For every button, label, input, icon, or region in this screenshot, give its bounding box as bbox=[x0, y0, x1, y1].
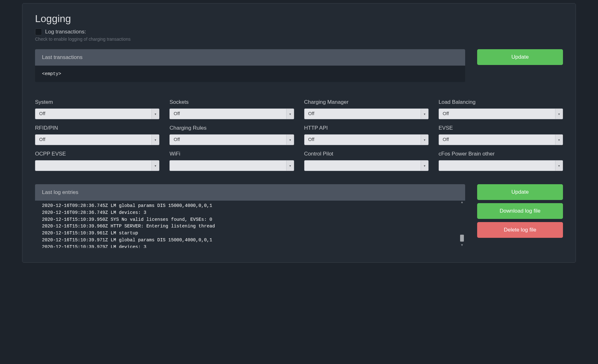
log-transactions-row: Log transactions: bbox=[35, 28, 563, 35]
field-label-sockets: Sockets bbox=[169, 99, 294, 105]
log-line: 2020-12-16T15:10:39.960Z HTTP SERVER: En… bbox=[42, 223, 458, 230]
chevron-down-icon[interactable]: ▾ bbox=[286, 161, 294, 171]
field-label-system: System bbox=[35, 99, 159, 105]
last-log-body[interactable]: 2020-12-16T09:28:36.745Z LM global param… bbox=[35, 201, 465, 248]
select-value-charging-manager: Off bbox=[305, 109, 421, 119]
field-label-charging-manager: Charging Manager bbox=[304, 99, 429, 105]
select-http-api[interactable]: Off▾ bbox=[304, 134, 429, 145]
select-rfid-pin[interactable]: Off▾ bbox=[35, 134, 159, 145]
select-load-balancing[interactable]: Off▾ bbox=[439, 109, 563, 119]
chevron-down-icon[interactable]: ▾ bbox=[555, 161, 563, 171]
update-log-button[interactable]: Update bbox=[477, 184, 563, 200]
field-label-rfid-pin: RFID/PIN bbox=[35, 125, 159, 131]
log-line: 2020-12-16T15:10:39.971Z LM global param… bbox=[42, 237, 458, 244]
field-cfos-other: cFos Power Brain other▾ bbox=[439, 151, 563, 171]
log-transactions-label: Log transactions: bbox=[45, 29, 86, 35]
log-line: 2020-12-16T15:10:39.961Z LM startup bbox=[42, 230, 458, 237]
download-log-button[interactable]: Download log file bbox=[477, 203, 563, 219]
chevron-down-icon[interactable]: ▾ bbox=[421, 135, 428, 145]
select-value-system: Off bbox=[35, 109, 151, 119]
select-ocpp-evse[interactable]: ▾ bbox=[35, 160, 159, 171]
select-system[interactable]: Off▾ bbox=[35, 109, 159, 119]
select-value-cfos-other bbox=[439, 161, 555, 171]
chevron-down-icon[interactable]: ▾ bbox=[421, 109, 428, 119]
select-value-evse: Off bbox=[439, 135, 555, 145]
field-control-pilot: Control Pilot▾ bbox=[304, 151, 429, 171]
chevron-down-icon[interactable]: ▾ bbox=[151, 109, 159, 119]
field-rfid-pin: RFID/PINOff▾ bbox=[35, 125, 159, 145]
select-charging-rules[interactable]: Off▾ bbox=[169, 134, 294, 145]
select-value-control-pilot bbox=[305, 161, 421, 171]
field-label-charging-rules: Charging Rules bbox=[169, 125, 294, 131]
field-charging-rules: Charging RulesOff▾ bbox=[169, 125, 294, 145]
select-value-ocpp-evse bbox=[35, 161, 151, 171]
field-evse: EVSEOff▾ bbox=[439, 125, 563, 145]
field-label-ocpp-evse: OCPP EVSE bbox=[35, 151, 159, 157]
select-value-wifi bbox=[170, 161, 286, 171]
chevron-down-icon[interactable]: ▾ bbox=[555, 135, 563, 145]
select-wifi[interactable]: ▾ bbox=[169, 160, 294, 171]
log-transactions-helper: Check to enable logging of charging tran… bbox=[35, 37, 563, 42]
page-title: Logging bbox=[35, 13, 563, 25]
log-line: 2020-12-16T15:10:39.950Z SYS No valid li… bbox=[42, 216, 458, 223]
log-level-grid: SystemOff▾SocketsOff▾Charging ManagerOff… bbox=[35, 99, 563, 171]
select-evse[interactable]: Off▾ bbox=[439, 134, 563, 145]
field-label-evse: EVSE bbox=[439, 125, 563, 131]
field-label-wifi: WiFi bbox=[169, 151, 294, 157]
field-label-control-pilot: Control Pilot bbox=[304, 151, 429, 157]
field-load-balancing: Load BalancingOff▾ bbox=[439, 99, 563, 119]
field-http-api: HTTP APIOff▾ bbox=[304, 125, 429, 145]
log-line: 2020-12-16T15:10:39.979Z LM devices: 3 bbox=[42, 244, 458, 248]
select-control-pilot[interactable]: ▾ bbox=[304, 160, 429, 171]
log-line: 2020-12-16T09:28:36.745Z LM global param… bbox=[42, 203, 458, 209]
select-cfos-other[interactable]: ▾ bbox=[439, 160, 563, 171]
chevron-down-icon[interactable]: ▾ bbox=[286, 109, 294, 119]
field-label-cfos-other: cFos Power Brain other bbox=[439, 151, 563, 157]
field-system: SystemOff▾ bbox=[35, 99, 159, 119]
logging-panel: Logging Log transactions: Check to enabl… bbox=[22, 3, 576, 263]
field-label-load-balancing: Load Balancing bbox=[439, 99, 563, 105]
select-value-http-api: Off bbox=[305, 135, 421, 145]
log-transactions-checkbox[interactable] bbox=[35, 28, 42, 35]
field-wifi: WiFi▾ bbox=[169, 151, 294, 171]
scroll-down-icon[interactable]: ▼ bbox=[459, 244, 465, 248]
delete-log-button[interactable]: Delete log file bbox=[477, 222, 563, 238]
select-value-rfid-pin: Off bbox=[35, 135, 151, 145]
field-sockets: SocketsOff▾ bbox=[169, 99, 294, 119]
select-value-sockets: Off bbox=[170, 109, 286, 119]
field-ocpp-evse: OCPP EVSE▾ bbox=[35, 151, 159, 171]
select-value-charging-rules: Off bbox=[170, 135, 286, 145]
scroll-thumb[interactable] bbox=[460, 235, 464, 242]
last-log-header: Last log entries bbox=[35, 184, 465, 201]
chevron-down-icon[interactable]: ▾ bbox=[286, 135, 294, 145]
log-line: 2020-12-16T09:28:36.749Z LM devices: 3 bbox=[42, 209, 458, 216]
last-transactions-header: Last transactions bbox=[35, 49, 465, 66]
field-charging-manager: Charging ManagerOff▾ bbox=[304, 99, 429, 119]
select-value-load-balancing: Off bbox=[439, 109, 555, 119]
scroll-up-icon[interactable]: ▲ bbox=[459, 201, 465, 205]
chevron-down-icon[interactable]: ▾ bbox=[151, 135, 159, 145]
chevron-down-icon[interactable]: ▾ bbox=[555, 109, 563, 119]
select-sockets[interactable]: Off▾ bbox=[169, 109, 294, 119]
chevron-down-icon[interactable]: ▾ bbox=[151, 161, 159, 171]
select-charging-manager[interactable]: Off▾ bbox=[304, 109, 429, 119]
update-transactions-button[interactable]: Update bbox=[477, 49, 563, 65]
field-label-http-api: HTTP API bbox=[304, 125, 429, 131]
chevron-down-icon[interactable]: ▾ bbox=[421, 161, 428, 171]
last-transactions-body: <empty> bbox=[35, 66, 465, 82]
log-scrollbar[interactable]: ▲ ▼ bbox=[459, 201, 465, 248]
